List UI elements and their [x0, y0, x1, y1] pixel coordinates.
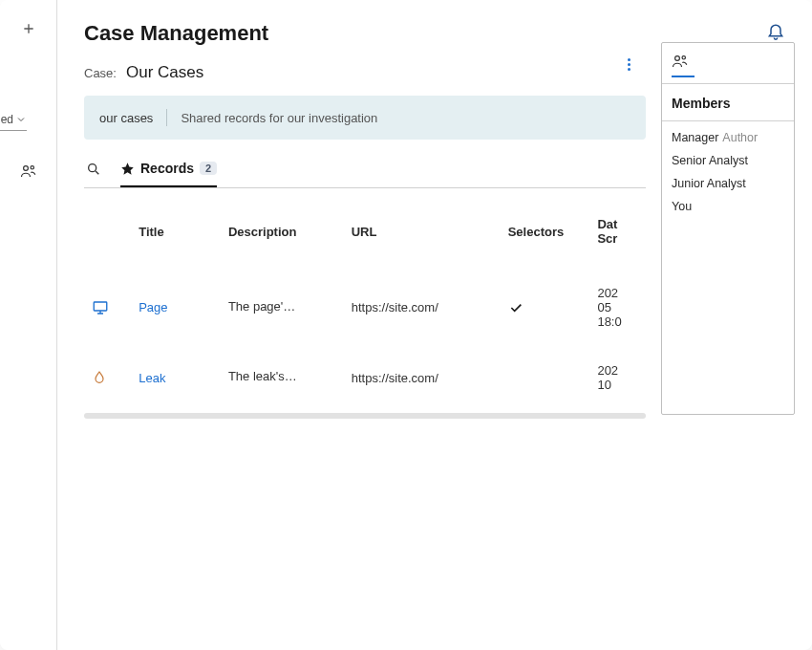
page-title: Case Management	[84, 21, 268, 46]
record-title-link[interactable]: Page	[139, 300, 167, 314]
member-name: You	[672, 200, 692, 213]
search-icon	[86, 162, 101, 177]
case-banner: our cases Shared records for our investi…	[84, 96, 646, 140]
table-row[interactable]: Leak The leak's… https://site.com/ 202 1…	[84, 346, 646, 409]
search-button[interactable]	[84, 156, 103, 186]
record-description: The leak's…	[228, 369, 297, 383]
chevron-down-icon	[15, 114, 27, 125]
star-icon	[120, 162, 135, 176]
member-row[interactable]: Manager Author	[672, 131, 784, 144]
member-name: Senior Analyst	[672, 154, 748, 167]
case-header: Case: Our Cases	[84, 46, 646, 82]
banner-description: Shared records for our investigation	[181, 111, 377, 125]
member-role: Author	[722, 131, 758, 144]
record-url: https://site.com/	[344, 269, 501, 346]
sidebar-collapsed-label[interactable]: ded	[0, 113, 27, 131]
svg-rect-3	[94, 302, 107, 311]
record-title-link[interactable]: Leak	[139, 371, 165, 385]
member-name: Junior Analyst	[672, 177, 746, 190]
table-header-row: Title Description URL Selectors Dat Scr	[84, 207, 646, 269]
member-row[interactable]: Senior Analyst	[672, 154, 784, 167]
notifications-button[interactable]	[766, 21, 785, 40]
content-row: Case: Our Cases our cases Shared records…	[84, 46, 812, 419]
sidebar-members-icon[interactable]	[20, 162, 37, 180]
member-name: Manager	[672, 131, 718, 144]
member-row[interactable]: You	[672, 200, 784, 213]
add-button[interactable]	[21, 21, 36, 36]
members-icon	[672, 53, 689, 70]
table-row[interactable]: Page The page'… https://site.com/ 202 05…	[84, 269, 646, 346]
members-list: Manager Author Senior Analyst Junior Ana…	[662, 121, 794, 223]
members-panel-tab[interactable]	[662, 43, 794, 76]
app-window: ded Case Management Case: Our Cases	[0, 0, 812, 650]
members-panel: Members Manager Author Senior Analyst Ju…	[661, 42, 795, 415]
svg-point-5	[682, 56, 685, 59]
left-column: Case: Our Cases our cases Shared records…	[84, 46, 646, 419]
record-url: https://site.com/	[344, 346, 501, 409]
records-table: Title Description URL Selectors Dat Scr	[84, 207, 646, 409]
horizontal-scrollbar[interactable]	[84, 413, 646, 419]
left-rail: ded	[0, 0, 57, 650]
tabs-row: Records 2	[84, 155, 646, 188]
col-url[interactable]: URL	[344, 207, 501, 269]
svg-point-1	[31, 166, 33, 169]
tab-records[interactable]: Records 2	[120, 155, 217, 187]
banner-title: our cases	[99, 111, 153, 125]
case-label: Case:	[84, 66, 117, 80]
members-title: Members	[662, 84, 794, 121]
col-selectors[interactable]: Selectors	[501, 207, 590, 269]
col-date[interactable]: Dat Scr	[589, 207, 646, 269]
case-name: Our Cases	[126, 63, 203, 82]
droplet-icon	[92, 370, 107, 385]
members-tab-indicator	[672, 76, 694, 77]
record-date: 202 05 18:0	[589, 269, 646, 346]
records-table-wrap: Title Description URL Selectors Dat Scr	[84, 207, 646, 419]
svg-point-2	[89, 164, 96, 172]
tab-records-label: Records	[140, 161, 194, 176]
member-row[interactable]: Junior Analyst	[672, 177, 784, 190]
banner-separator	[166, 109, 167, 126]
monitor-icon	[92, 299, 109, 316]
col-title[interactable]: Title	[131, 207, 221, 269]
main-content: Case Management Case: Our Cases our cas	[57, 0, 812, 650]
case-menu-button[interactable]	[624, 54, 634, 75]
col-description[interactable]: Description	[221, 207, 344, 269]
sidebar-collapsed-text: ded	[0, 113, 13, 126]
tab-records-count: 2	[200, 162, 217, 175]
svg-point-4	[675, 56, 680, 61]
check-icon	[508, 300, 524, 315]
record-date: 202 10	[589, 346, 646, 409]
record-description: The page'…	[228, 299, 295, 314]
svg-point-0	[23, 166, 28, 171]
